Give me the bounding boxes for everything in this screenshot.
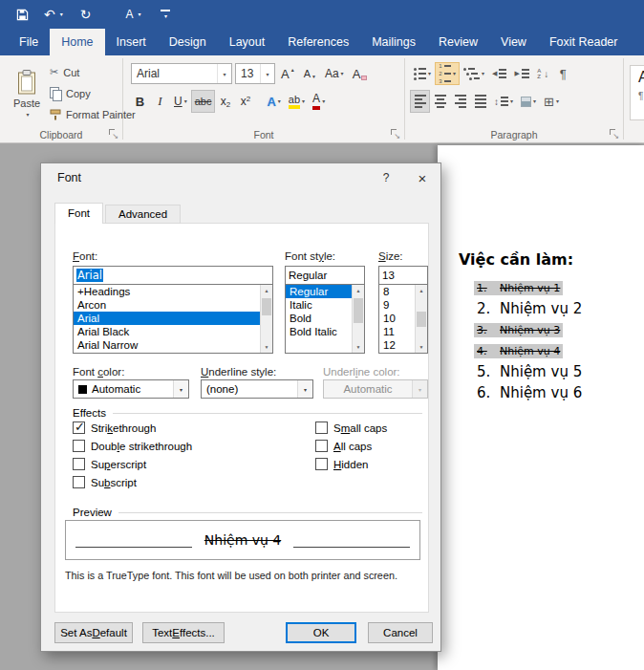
hidden-checkbox[interactable]: Hidden — [315, 458, 368, 470]
scroll-down-icon[interactable]: ▼ — [353, 341, 364, 353]
underline-style-dropdown[interactable]: (none) ▾ — [201, 379, 313, 399]
decrease-indent-button[interactable]: ◀ — [489, 63, 509, 84]
ok-button[interactable]: OK — [286, 622, 356, 643]
tab-mailings[interactable]: Mailings — [360, 29, 427, 55]
grow-font-button[interactable]: A▲ — [278, 63, 298, 84]
font-name-combo[interactable]: Arial ▾ — [131, 63, 232, 84]
undo-button[interactable]: ↶▾ — [39, 4, 68, 25]
tab-file[interactable]: File — [8, 29, 50, 55]
font-list-item[interactable]: Arial Black — [74, 325, 260, 338]
scrollbar[interactable]: ▲▼ — [415, 285, 427, 353]
scroll-thumb[interactable] — [354, 298, 363, 323]
font-list-item[interactable]: Arial Narrow — [74, 338, 260, 352]
help-button[interactable]: ? — [368, 163, 404, 192]
subscript-button[interactable]: x2 — [216, 91, 234, 112]
superscript-checkbox[interactable]: Superscript — [73, 458, 146, 470]
line-spacing-button[interactable]: ↕▾ — [491, 91, 516, 112]
size-item[interactable]: 8 — [379, 285, 415, 298]
scroll-thumb[interactable] — [262, 298, 271, 315]
shading-button[interactable]: ▾ — [518, 91, 539, 112]
chevron-down-icon[interactable]: ▾ — [297, 380, 312, 398]
shrink-font-button[interactable]: A▼ — [301, 63, 319, 84]
align-right-button[interactable] — [451, 91, 469, 112]
show-paragraph-marks-button[interactable]: ¶ — [554, 63, 572, 84]
scroll-down-icon[interactable]: ▼ — [416, 341, 427, 353]
chevron-down-icon[interactable]: ▾ — [217, 64, 231, 83]
paragraph-dialog-launcher[interactable] — [610, 129, 619, 139]
tab-references[interactable]: References — [276, 29, 360, 55]
text-effects-ribbon-button[interactable]: A▾ — [264, 91, 283, 112]
close-icon[interactable]: × — [404, 163, 440, 192]
scrollbar[interactable]: ▲▼ — [352, 285, 364, 353]
bold-button[interactable]: B — [131, 91, 149, 112]
increase-indent-button[interactable]: ▶ — [511, 63, 531, 84]
document-page[interactable]: Việc cần làm: 1.Nhiệm vụ 1 2.Nhiệm vụ 2 … — [438, 145, 644, 670]
dialog-tab-font[interactable]: Font — [54, 203, 103, 224]
clear-formatting-button[interactable]: A — [350, 63, 371, 84]
customize-qat-button[interactable]: ▾ — [156, 4, 175, 25]
task-item[interactable]: 2.Nhiệm vụ 2 — [474, 298, 585, 319]
chevron-down-icon[interactable]: ▾ — [173, 380, 188, 398]
size-item[interactable]: 9 — [379, 298, 415, 312]
strikethrough-checkbox[interactable]: Strikethrough — [73, 421, 156, 434]
text-highlight-color-button[interactable]: ab▾ — [286, 91, 308, 112]
tab-foxit-reader[interactable]: Foxit Reader — [538, 29, 630, 55]
scroll-up-icon[interactable]: ▲ — [261, 285, 272, 296]
align-center-button[interactable] — [431, 91, 449, 112]
align-left-button[interactable] — [411, 91, 429, 112]
sort-button[interactable]: AZ↓ — [534, 63, 552, 84]
font-style-item[interactable]: Bold Italic — [286, 325, 352, 338]
tab-layout[interactable]: Layout — [218, 29, 277, 55]
redo-button[interactable]: ↻ — [75, 4, 97, 25]
task-item[interactable]: 3.Nhiệm vụ 3 — [474, 319, 585, 340]
size-item[interactable]: 12 — [379, 338, 415, 352]
task-item[interactable]: 1.Nhiệm vụ 1 — [474, 277, 585, 298]
tab-design[interactable]: Design — [158, 29, 218, 55]
font-style-input[interactable]: Regular — [285, 266, 365, 285]
borders-button[interactable]: ⊞▾ — [541, 91, 562, 112]
underline-button[interactable]: U▾ — [171, 91, 190, 112]
bullets-button[interactable]: ▾ — [411, 63, 434, 84]
justify-button[interactable] — [471, 91, 489, 112]
font-color-button[interactable]: A▾ — [310, 91, 328, 112]
italic-button[interactable]: I — [151, 91, 169, 112]
font-list-item[interactable]: Arial — [74, 312, 260, 325]
scrollbar[interactable]: ▲▼ — [260, 285, 272, 353]
dialog-tab-advanced[interactable]: Advanced — [105, 205, 181, 224]
tab-insert[interactable]: Insert — [105, 29, 158, 55]
small-caps-checkbox[interactable]: Small caps — [315, 421, 387, 434]
subscript-checkbox[interactable]: Subscript — [73, 476, 137, 488]
numbering-button[interactable]: ▾ — [436, 63, 459, 84]
double-strikethrough-checkbox[interactable]: Double strikethrough — [73, 440, 192, 452]
quick-style-button[interactable]: A▾ — [120, 4, 145, 25]
scroll-thumb[interactable] — [417, 312, 426, 327]
font-color-dropdown[interactable]: Automatic ▾ — [73, 379, 189, 399]
scroll-up-icon[interactable]: ▲ — [353, 285, 364, 296]
size-item[interactable]: 11 — [379, 325, 415, 338]
tab-home[interactable]: Home — [50, 29, 104, 55]
font-size-combo[interactable]: 13 ▾ — [235, 63, 275, 84]
size-input[interactable]: 13 — [378, 266, 428, 285]
font-style-item[interactable]: Italic — [286, 298, 352, 312]
font-style-item[interactable]: Regular — [286, 285, 352, 298]
size-item[interactable]: 10 — [379, 312, 415, 325]
tab-view[interactable]: View — [489, 29, 538, 55]
set-as-default-button[interactable]: Set As Default — [54, 622, 133, 643]
font-dialog-launcher[interactable] — [391, 129, 400, 139]
text-effects-button[interactable]: Text Effects... — [142, 622, 225, 643]
font-list-item[interactable]: +Headings — [74, 285, 260, 298]
multilevel-list-button[interactable]: ▾ — [461, 63, 487, 84]
superscript-button[interactable]: x2 — [236, 91, 254, 112]
chevron-down-icon[interactable]: ▾ — [260, 64, 274, 83]
task-item[interactable]: 6.Nhiệm vụ 6 — [474, 382, 585, 403]
change-case-button[interactable]: Aa▾ — [322, 63, 347, 84]
tab-review[interactable]: Review — [427, 29, 489, 55]
clipboard-dialog-launcher[interactable] — [109, 129, 118, 139]
task-item[interactable]: 5.Nhiệm vụ 5 — [474, 361, 585, 382]
strikethrough-button[interactable]: abc — [192, 91, 215, 112]
cancel-button[interactable]: Cancel — [368, 622, 433, 643]
scroll-up-icon[interactable]: ▲ — [416, 285, 427, 296]
paste-button[interactable]: Paste ▾ — [8, 61, 46, 126]
font-list-item[interactable]: Arcon — [74, 298, 260, 312]
underline-color-dropdown[interactable]: Automatic ▾ — [323, 379, 428, 399]
